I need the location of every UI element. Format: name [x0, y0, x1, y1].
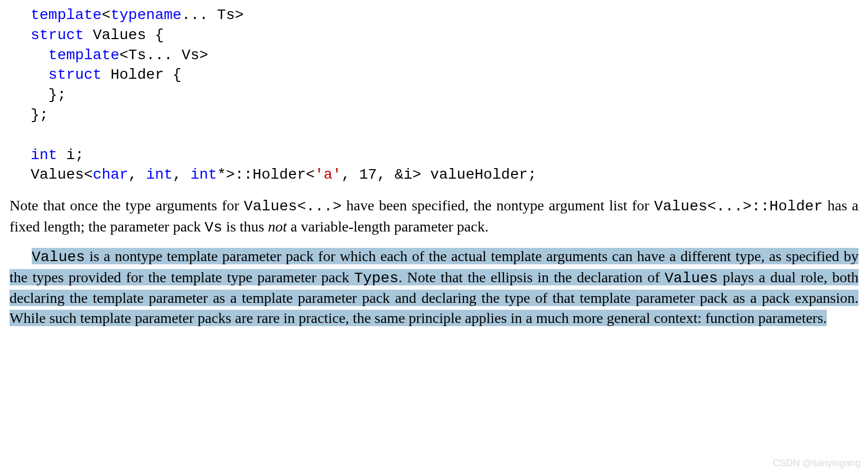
- paragraph-values-explanation: Values is a nontype template parameter p…: [10, 246, 858, 328]
- code-keyword-int2: int: [146, 166, 172, 183]
- code-line9-e: ,: [173, 166, 191, 183]
- code-keyword-typename: typename: [110, 7, 181, 23]
- p1-code3: Vs: [204, 219, 222, 236]
- code-keyword-template: template: [31, 7, 101, 23]
- code-line9-a: Values<: [31, 166, 93, 183]
- code-line2-rest: Values {: [84, 27, 164, 43]
- code-line1-rest: ... Ts>: [182, 7, 244, 23]
- p2-code-values: Values: [32, 249, 85, 265]
- code-line8-rest: i;: [57, 147, 83, 163]
- code-keyword-struct: struct: [31, 27, 84, 43]
- p1-code2: Values<...>::Holder: [654, 198, 823, 215]
- code-line9-c: ,: [128, 166, 146, 183]
- p1-text1: Note that once the type arguments for: [10, 197, 244, 214]
- p2-code-values2: Values: [665, 270, 718, 286]
- page-content: template<typename... Ts> struct Values {…: [0, 0, 868, 356]
- code-char-literal: 'a': [315, 166, 341, 183]
- p1-code1: Values<...>: [244, 198, 342, 215]
- code-line3-rest: <Ts... Vs>: [119, 47, 208, 63]
- code-keyword-struct-inner: struct: [31, 67, 101, 83]
- p2-text2: . Note that the ellipsis in the declarat…: [398, 269, 665, 285]
- code-line9-i: , 17, &i> valueHolder;: [341, 166, 537, 183]
- code-line6: };: [31, 107, 49, 123]
- p1-text5: a variable-length parameter pack.: [287, 218, 489, 235]
- code-line5: };: [31, 87, 66, 103]
- p1-text4: is thus: [222, 218, 268, 235]
- code-lt: <: [101, 7, 110, 23]
- code-keyword-int: int: [31, 147, 57, 163]
- p2-code-types: Types: [354, 270, 398, 286]
- highlighted-text: Values is a nontype template parameter p…: [10, 248, 858, 326]
- code-keyword-int3: int: [190, 166, 217, 183]
- code-keyword-template-inner: template: [31, 47, 119, 63]
- code-keyword-char: char: [93, 166, 128, 183]
- p1-text2: have been specified, the nontype argumen…: [341, 197, 654, 214]
- paragraph-fixed-length-note: Note that once the type arguments for Va…: [10, 196, 858, 238]
- code-block: template<typename... Ts> struct Values {…: [31, 5, 858, 185]
- p1-italic-not: not: [268, 218, 287, 235]
- code-line4-rest: Holder {: [101, 67, 181, 83]
- code-line9-g: *>::Holder<: [217, 166, 315, 183]
